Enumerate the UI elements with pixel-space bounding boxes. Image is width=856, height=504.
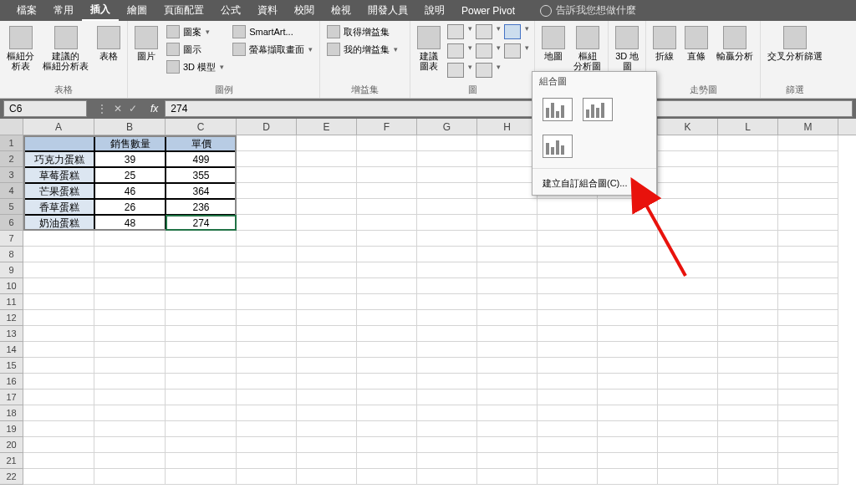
cell-D19[interactable] bbox=[237, 421, 297, 437]
cell-L16[interactable] bbox=[718, 374, 778, 389]
col-header-G[interactable]: G bbox=[417, 119, 477, 135]
select-all-corner[interactable] bbox=[0, 119, 23, 135]
cell-C4[interactable]: 364 bbox=[166, 183, 237, 199]
cell-L5[interactable] bbox=[718, 199, 778, 215]
cell-D7[interactable] bbox=[237, 231, 297, 247]
cell-D16[interactable] bbox=[237, 374, 297, 389]
cell-F8[interactable] bbox=[357, 247, 417, 262]
cell-L2[interactable] bbox=[718, 151, 778, 167]
cell-L18[interactable] bbox=[718, 405, 778, 421]
tab-powerpivot[interactable]: Power Pivot bbox=[453, 0, 523, 21]
sparkline-line-button[interactable]: 折線 bbox=[651, 24, 678, 63]
cell-I18[interactable] bbox=[538, 405, 598, 421]
cell-J15[interactable] bbox=[598, 358, 658, 374]
cell-B4[interactable]: 46 bbox=[94, 183, 166, 199]
col-header-B[interactable]: B bbox=[94, 119, 166, 135]
cancel-icon[interactable]: ✕ bbox=[114, 103, 122, 115]
cell-B12[interactable] bbox=[94, 310, 166, 326]
cell-D20[interactable] bbox=[237, 437, 297, 453]
cell-E1[interactable] bbox=[297, 135, 357, 151]
cell-G9[interactable] bbox=[417, 262, 477, 278]
cell-H15[interactable] bbox=[477, 358, 538, 374]
cell-J17[interactable] bbox=[598, 389, 658, 405]
cell-A3[interactable]: 草莓蛋糕 bbox=[23, 167, 94, 183]
cell-H7[interactable] bbox=[477, 231, 538, 247]
cell-B20[interactable] bbox=[94, 437, 166, 453]
col-header-M[interactable]: M bbox=[778, 119, 838, 135]
cell-C20[interactable] bbox=[166, 437, 237, 453]
screenshot-button[interactable]: 螢幕擷取畫面 ▾ bbox=[231, 42, 314, 57]
cell-K12[interactable] bbox=[658, 310, 718, 326]
cell-F10[interactable] bbox=[357, 278, 417, 294]
cell-C21[interactable] bbox=[166, 453, 237, 469]
cell-A14[interactable] bbox=[23, 342, 94, 358]
cell-F14[interactable] bbox=[357, 342, 417, 358]
cell-A22[interactable] bbox=[23, 469, 94, 485]
cell-F7[interactable] bbox=[357, 231, 417, 247]
hierarchy-chart-icon[interactable] bbox=[447, 43, 464, 59]
cell-C1[interactable]: 單價 bbox=[166, 135, 237, 151]
cell-K2[interactable] bbox=[658, 151, 718, 167]
cell-H18[interactable] bbox=[477, 405, 538, 421]
cell-L9[interactable] bbox=[718, 262, 778, 278]
cell-L11[interactable] bbox=[718, 294, 778, 310]
cell-H16[interactable] bbox=[477, 374, 538, 389]
cell-D13[interactable] bbox=[237, 326, 297, 342]
cell-J20[interactable] bbox=[598, 437, 658, 453]
cell-F18[interactable] bbox=[357, 405, 417, 421]
row-header-8[interactable]: 8 bbox=[0, 247, 23, 262]
cell-A6[interactable]: 奶油蛋糕 bbox=[23, 215, 94, 231]
cell-F6[interactable] bbox=[357, 215, 417, 231]
cell-K13[interactable] bbox=[658, 326, 718, 342]
pivotchart-button[interactable]: 樞紐 分析圖 bbox=[572, 24, 603, 73]
cell-L17[interactable] bbox=[718, 389, 778, 405]
cell-B9[interactable] bbox=[94, 262, 166, 278]
cell-M19[interactable] bbox=[778, 421, 838, 437]
scatter-chart-icon[interactable] bbox=[504, 43, 521, 59]
cell-F19[interactable] bbox=[357, 421, 417, 437]
cell-L21[interactable] bbox=[718, 453, 778, 469]
cell-I11[interactable] bbox=[538, 294, 598, 310]
cell-E6[interactable] bbox=[297, 215, 357, 231]
tab-developer[interactable]: 開發人員 bbox=[359, 0, 416, 21]
cell-M5[interactable] bbox=[778, 199, 838, 215]
cell-H11[interactable] bbox=[477, 294, 538, 310]
cell-G6[interactable] bbox=[417, 215, 477, 231]
cell-G8[interactable] bbox=[417, 247, 477, 262]
cell-K10[interactable] bbox=[658, 278, 718, 294]
combo-option-3[interactable] bbox=[543, 135, 573, 158]
cells-area[interactable]: 銷售數量單價巧克力蛋糕39499草莓蛋糕25355芒果蛋糕46364香草蛋糕26… bbox=[23, 135, 838, 485]
cell-G21[interactable] bbox=[417, 453, 477, 469]
cell-M9[interactable] bbox=[778, 262, 838, 278]
cell-A17[interactable] bbox=[23, 389, 94, 405]
tab-formulas[interactable]: 公式 bbox=[212, 0, 249, 21]
cell-H10[interactable] bbox=[477, 278, 538, 294]
cell-E9[interactable] bbox=[297, 262, 357, 278]
namebox-dropdown-icon[interactable]: ⋮ bbox=[97, 103, 107, 115]
cell-E18[interactable] bbox=[297, 405, 357, 421]
cell-K3[interactable] bbox=[658, 167, 718, 183]
row-header-2[interactable]: 2 bbox=[0, 151, 23, 167]
cell-K11[interactable] bbox=[658, 294, 718, 310]
cell-M20[interactable] bbox=[778, 437, 838, 453]
cell-G17[interactable] bbox=[417, 389, 477, 405]
cell-I7[interactable] bbox=[538, 231, 598, 247]
cell-H3[interactable] bbox=[477, 167, 538, 183]
tab-review[interactable]: 校閱 bbox=[286, 0, 323, 21]
row-header-9[interactable]: 9 bbox=[0, 262, 23, 278]
cell-C6[interactable]: 274 bbox=[166, 215, 237, 231]
row-header-10[interactable]: 10 bbox=[0, 278, 23, 294]
cell-A1[interactable] bbox=[23, 135, 94, 151]
cell-F3[interactable] bbox=[357, 167, 417, 183]
cell-G5[interactable] bbox=[417, 199, 477, 215]
tab-data[interactable]: 資料 bbox=[249, 0, 286, 21]
cell-G16[interactable] bbox=[417, 374, 477, 389]
cell-J6[interactable] bbox=[598, 215, 658, 231]
pie-chart-icon[interactable] bbox=[447, 63, 464, 78]
cell-C17[interactable] bbox=[166, 389, 237, 405]
cell-I9[interactable] bbox=[538, 262, 598, 278]
fx-icon[interactable]: fx bbox=[144, 103, 165, 115]
cell-I14[interactable] bbox=[538, 342, 598, 358]
col-header-D[interactable]: D bbox=[237, 119, 297, 135]
row-header-17[interactable]: 17 bbox=[0, 389, 23, 405]
